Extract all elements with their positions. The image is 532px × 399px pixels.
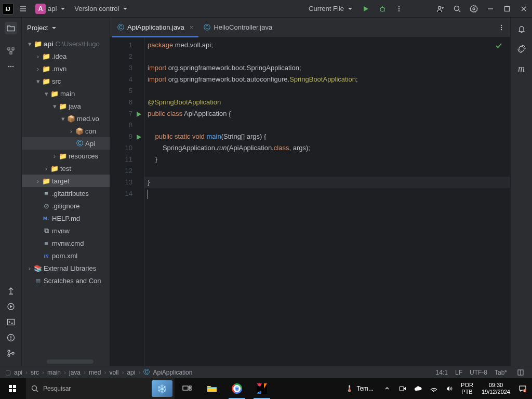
tree-label: api — [44, 40, 54, 48]
tree-item[interactable]: ≣Scratches and Con — [22, 274, 110, 287]
svg-rect-10 — [10, 52, 12, 54]
close-window-button[interactable] — [517, 3, 530, 15]
tree-item[interactable]: ▾📁main — [22, 87, 110, 100]
breadcrumbs[interactable]: ▢api›src›main›java›med›voll›api›ⒸApiAppl… — [5, 368, 192, 377]
inspection-check-icon[interactable] — [495, 42, 503, 54]
vcs-menu[interactable]: Version control — [71, 3, 130, 14]
notifications-button[interactable] — [515, 23, 528, 35]
svg-point-5 — [455, 6, 459, 10]
code-with-me-button[interactable] — [434, 3, 447, 15]
tree-item[interactable]: ▾📦med.vo — [22, 112, 110, 125]
reader-mode-button[interactable] — [514, 366, 527, 379]
chevron-down-icon — [121, 5, 127, 12]
intellij-app[interactable] — [249, 378, 274, 399]
cortana-button[interactable]: ❄️ — [152, 380, 172, 397]
tree-item-selected[interactable]: ⒸApi — [22, 137, 110, 150]
ai-assistant-button[interactable] — [515, 43, 528, 55]
terminal-tool-button[interactable] — [5, 316, 17, 328]
project-selector[interactable]: A api — [32, 2, 68, 16]
explorer-app[interactable] — [200, 378, 224, 399]
taskbar-search[interactable]: Pesquisar ❄️ — [25, 378, 175, 399]
java-icon: Ⓒ — [204, 23, 210, 32]
lang-line1: POR — [461, 382, 473, 389]
run-config-label: Current File — [309, 5, 344, 12]
code-content[interactable]: package med.voll.api;import org.springfr… — [144, 37, 510, 366]
caret-position[interactable]: 14:1 — [436, 369, 448, 376]
search-everywhere-button[interactable] — [451, 3, 463, 15]
file-encoding[interactable]: UTF-8 — [470, 369, 487, 376]
settings-button[interactable] — [468, 3, 480, 15]
weather-widget[interactable]: 🌡️ Tem... — [341, 385, 378, 392]
menubar: IJ A api Version control Current File — [0, 0, 532, 18]
tree-item[interactable]: ›📚External Libraries — [22, 262, 110, 274]
indent-config[interactable]: Tab* — [495, 369, 507, 376]
tree-item[interactable]: ›📁target — [22, 175, 110, 187]
tree-item[interactable]: ⊘.gitignore — [22, 200, 110, 212]
svg-point-2 — [398, 8, 400, 9]
meet-now-icon[interactable] — [396, 382, 409, 395]
close-tab-button[interactable]: × — [190, 23, 194, 31]
clock[interactable]: 09:30 19/12/2024 — [478, 382, 513, 395]
project-tool-button[interactable] — [5, 22, 17, 34]
build-tool-button[interactable] — [5, 285, 17, 297]
svg-rect-31 — [183, 386, 188, 390]
maven-tool-button[interactable]: m — [515, 62, 528, 75]
tree-root[interactable]: ▾📁api C:\Users\Hugo — [22, 37, 110, 50]
tray-chevron-button[interactable] — [381, 382, 393, 395]
tree-item[interactable]: ▾📁src — [22, 75, 110, 87]
editor-area: Ⓒ ApiApplication.java × Ⓒ HelloControlle… — [110, 18, 510, 366]
tree-item[interactable]: ≡.gitattributes — [22, 187, 110, 200]
windows-taskbar: Pesquisar ❄️ 🌡️ Tem... — [0, 378, 532, 399]
svg-rect-26 — [9, 385, 12, 388]
start-button[interactable] — [0, 378, 25, 399]
tree-scrollbar[interactable] — [47, 360, 94, 364]
chrome-app[interactable] — [224, 378, 249, 399]
tree-item[interactable]: ≡mvnw.cmd — [22, 237, 110, 249]
tree-item[interactable]: ›📁.idea — [22, 50, 110, 62]
tree-item[interactable]: mpom.xml — [22, 249, 110, 262]
git-tool-button[interactable] — [5, 347, 17, 360]
problems-tool-button[interactable] — [5, 331, 17, 344]
tree-item[interactable]: ▾📁java — [22, 100, 110, 112]
status-bar: ▢api›src›main›java›med›voll›api›ⒸApiAppl… — [0, 366, 532, 378]
tree-item[interactable]: ›📁.mvn — [22, 62, 110, 75]
line-separator[interactable]: LF — [455, 369, 462, 376]
services-tool-button[interactable] — [5, 300, 17, 313]
task-view-button[interactable] — [175, 378, 200, 399]
more-tools-button[interactable] — [5, 60, 17, 73]
more-actions-button[interactable] — [393, 3, 405, 15]
tree-item[interactable]: ›📁resources — [22, 150, 110, 162]
hamburger-menu-button[interactable] — [17, 3, 29, 15]
run-button[interactable] — [360, 3, 372, 15]
tree-item[interactable]: ›📦con — [22, 125, 110, 137]
tree-label: pom.xml — [52, 252, 77, 260]
tree-item[interactable]: ⧉mvnw — [22, 224, 110, 237]
tree-label: Scratches and Con — [44, 277, 101, 285]
tree-item[interactable]: ›📁test — [22, 162, 110, 175]
svg-point-19 — [8, 354, 10, 356]
search-placeholder: Pesquisar — [43, 385, 71, 392]
debug-button[interactable] — [376, 3, 389, 15]
tab-more-button[interactable] — [493, 18, 510, 37]
tree-item[interactable]: M↓HELP.md — [22, 212, 110, 224]
tab-hello[interactable]: Ⓒ HelloController.java — [198, 18, 277, 37]
structure-tool-button[interactable] — [5, 45, 17, 57]
network-icon[interactable] — [428, 382, 440, 395]
code-editor[interactable]: 1234567891011121314 package med.voll.api… — [110, 37, 510, 366]
svg-point-6 — [473, 8, 475, 10]
svg-point-3 — [398, 10, 400, 11]
project-pane-header[interactable]: Project — [22, 18, 110, 37]
volume-icon[interactable] — [443, 382, 456, 395]
run-config-selector[interactable]: Current File — [305, 3, 355, 14]
tree-label: med.vo — [77, 115, 99, 123]
language-indicator[interactable]: POR PTB — [459, 382, 475, 395]
lang-line2: PTB — [461, 389, 473, 395]
onedrive-icon[interactable] — [412, 382, 424, 395]
minimize-button[interactable] — [484, 3, 497, 15]
maximize-button[interactable] — [501, 3, 513, 15]
svg-point-40 — [235, 387, 238, 390]
chevron-down-icon — [59, 5, 65, 12]
tab-apiapp[interactable]: Ⓒ ApiApplication.java × — [112, 18, 198, 37]
project-tree[interactable]: ▾📁api C:\Users\Hugo ›📁.idea ›📁.mvn ▾📁src… — [22, 37, 110, 360]
action-center-button[interactable]: 1 — [516, 382, 529, 395]
